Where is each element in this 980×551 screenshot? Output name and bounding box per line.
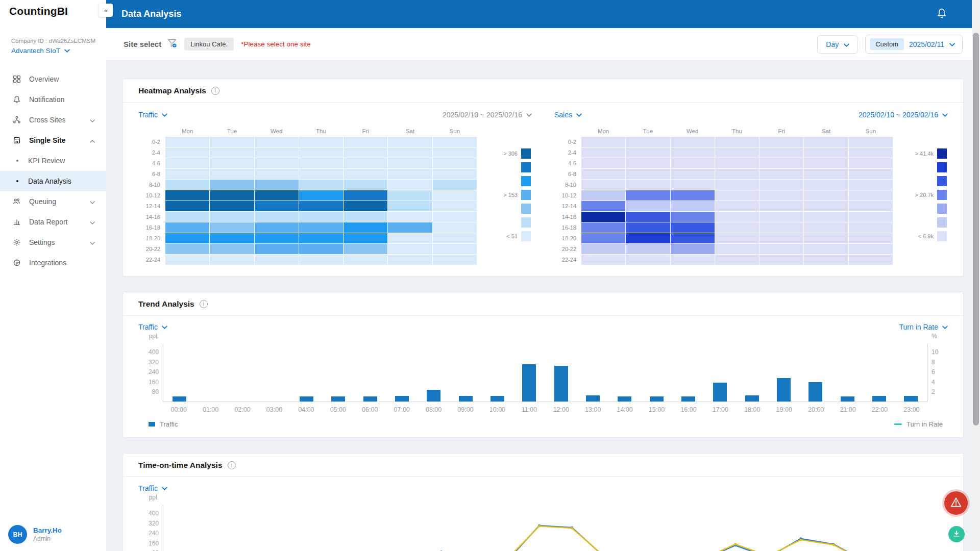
traffic-bar — [650, 396, 664, 402]
bar-slot — [768, 343, 799, 402]
heatmap-cell — [626, 147, 670, 158]
hour-label: 0-2 — [138, 139, 165, 145]
hour-label: 14-16 — [554, 214, 581, 220]
heatmap-cell — [344, 158, 387, 168]
heatmap-cell — [804, 233, 848, 243]
heatmap-cell — [715, 255, 759, 265]
period-dropdown[interactable]: Day — [817, 35, 858, 54]
tot-metric-dropdown[interactable]: Traffic — [138, 484, 167, 492]
day-label: Sat — [388, 128, 432, 134]
download-fab-button[interactable] — [948, 526, 965, 542]
sidebar-item-data-analysis[interactable]: Data Analysis — [0, 171, 106, 191]
heatmap-cell — [760, 180, 803, 190]
alert-fab-button[interactable] — [944, 491, 968, 515]
legend-swatch — [521, 162, 531, 172]
sidebar-item-data-report[interactable]: Data Report — [0, 212, 106, 232]
sidebar-collapse-button[interactable]: « — [99, 4, 113, 17]
info-icon — [200, 300, 208, 308]
legend-item-traffic[interactable]: Traffic — [149, 420, 178, 428]
chevron-down-icon — [942, 325, 948, 329]
heatmap-cell — [760, 244, 803, 254]
sidebar-item-queuing[interactable]: Queuing — [0, 191, 106, 212]
legend-item-turn-in-rate[interactable]: Turn in Rate — [894, 420, 943, 428]
heatmap-cell — [433, 212, 477, 222]
date-picker[interactable]: Custom 2025/02/11 — [865, 35, 963, 54]
site-tag[interactable]: Linkou Café. — [184, 38, 234, 51]
sidebar-item-notification[interactable]: Notification — [0, 89, 106, 110]
sidebar-item-cross-sites[interactable]: Cross Sites — [0, 110, 106, 130]
scrollbar-thumb[interactable] — [973, 33, 979, 425]
trend-metric-dropdown[interactable]: Traffic — [138, 323, 167, 331]
x-tick-label: 21:00 — [832, 406, 864, 413]
traffic-heatmap-grid: MonTueWedThuFriSatSun0-22-44-66-88-1010-… — [138, 126, 477, 265]
network-icon — [12, 116, 21, 124]
user-block[interactable]: BH Barry.Ho Admin — [8, 525, 62, 544]
heatmap-cell — [299, 190, 343, 201]
sales-range-dropdown[interactable]: 2025/02/10 ~ 2025/02/16 — [859, 111, 948, 119]
sidebar-item-label: KPI Review — [28, 157, 65, 165]
heatmap-cell — [581, 222, 625, 233]
heatmap-cell — [210, 233, 254, 243]
legend-swatch — [521, 190, 531, 200]
traffic-bar — [904, 396, 918, 402]
sidebar-item-label: Cross Sites — [29, 116, 66, 124]
heatmap-cell — [344, 222, 387, 233]
sidebar-item-overview[interactable]: Overview — [0, 69, 106, 89]
heatmap-cell — [344, 147, 387, 158]
sidebar-item-label: Queuing — [29, 197, 56, 206]
sidebar-item-integrations[interactable]: Integrations — [0, 253, 106, 273]
heatmap-cell — [388, 233, 432, 243]
traffic-metric-dropdown[interactable]: Traffic — [138, 111, 167, 119]
hour-label: 12-14 — [554, 203, 581, 209]
site-filter-button[interactable] — [167, 38, 177, 50]
traffic-bar — [395, 396, 409, 402]
gear-icon — [12, 238, 21, 247]
hour-label: 2-4 — [138, 149, 165, 156]
heatmap-cell — [255, 233, 299, 243]
x-tick-label: 03:00 — [258, 406, 290, 413]
heatmap-cell — [626, 180, 670, 190]
heatmap-cell — [165, 233, 209, 243]
heatmap-cell — [581, 201, 625, 211]
turn-in-rate-dropdown[interactable]: Turn in Rate — [899, 323, 948, 331]
heatmap-cell — [671, 255, 715, 265]
day-label: Thu — [715, 128, 759, 134]
hour-label: 10-12 — [138, 192, 165, 198]
hour-label: 18-20 — [138, 235, 165, 241]
x-tick-label: 02:00 — [227, 406, 258, 413]
x-tick-label: 12:00 — [545, 406, 577, 413]
account-switcher[interactable]: Advantech SIoT — [11, 47, 106, 55]
x-tick-label: 17:00 — [704, 406, 736, 413]
sidebar-item-kpi-review[interactable]: KPI Review — [0, 151, 106, 171]
heatmap-cell — [671, 190, 715, 201]
chevron-down-icon — [90, 238, 95, 246]
heatmap-cell — [715, 190, 759, 201]
metric-value: Traffic — [138, 111, 158, 119]
heatmap-cell — [849, 147, 893, 158]
custom-badge: Custom — [870, 38, 904, 50]
traffic-bar — [522, 364, 536, 402]
top-bar: Data Analysis — [106, 0, 980, 28]
x-tick-label: 08:00 — [418, 406, 449, 413]
hour-label: 0-2 — [554, 139, 581, 145]
heatmap-cell — [804, 222, 848, 233]
legend-swatch — [521, 231, 531, 241]
sales-heatmap-panel: Sales 2025/02/10 ~ 2025/02/16 MonTueWedT… — [554, 111, 948, 265]
day-label: Fri — [760, 128, 803, 134]
sales-metric-dropdown[interactable]: Sales — [554, 111, 582, 119]
x-tick-label: 23:00 — [896, 406, 927, 413]
sidebar-item-single-site[interactable]: Single Site — [0, 130, 106, 151]
info-icon — [228, 461, 236, 469]
heatmap-cell — [255, 244, 299, 254]
heatmap-cell — [715, 244, 759, 254]
app-root: CountingBI Company ID : dWa26ZsECMSM Adv… — [0, 0, 980, 551]
notification-bell-button[interactable] — [936, 8, 947, 20]
sidebar-item-settings[interactable]: Settings — [0, 232, 106, 253]
chevron-down-icon — [949, 40, 955, 48]
heatmap-cell — [344, 190, 387, 201]
tot-line-chart — [163, 505, 948, 551]
traffic-range-dropdown[interactable]: 2025/02/10 ~ 2025/02/16 — [443, 111, 532, 119]
heatmap-cell — [388, 137, 432, 147]
heatmap-cell — [849, 201, 893, 211]
legend-swatch — [521, 176, 531, 186]
